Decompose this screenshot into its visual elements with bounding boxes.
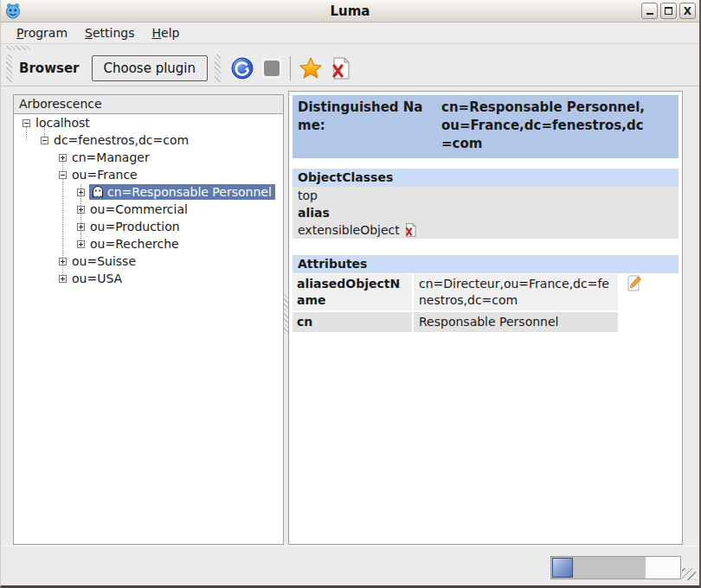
menu-item-help[interactable]: Help — [144, 23, 189, 42]
objectclass-name: extensibleObject — [298, 223, 400, 237]
tree-item-cell: dc=fenestros,dc=com — [53, 132, 192, 148]
status-bar — [1, 546, 699, 585]
attribute-name: aliasedObjectName — [293, 274, 412, 310]
tree-item-dc-fenestros-dc-com[interactable]: dc=fenestros,dc=com — [14, 131, 283, 149]
expand-icon[interactable] — [59, 275, 67, 283]
toolbar: Browser Choose plugin — [1, 50, 699, 86]
tree-item-cell: ou=Production — [89, 219, 183, 234]
expand-icon[interactable] — [77, 189, 85, 196]
stop-icon[interactable] — [261, 58, 282, 79]
collapse-icon[interactable] — [59, 171, 67, 179]
minimize-icon — [646, 13, 653, 15]
refresh-icon[interactable] — [231, 57, 254, 80]
tree-item-ou-usa[interactable]: ou=USA — [14, 270, 283, 287]
menu-bar: ProgramSettingsHelp — [1, 22, 699, 44]
browser-tree-panel: Arborescence localhostdc=fenestros,dc=co… — [13, 94, 284, 545]
tree-item-cn-responsable-personnel[interactable]: cn=Responsable Personnel — [14, 183, 283, 201]
ldap-tree: localhostdc=fenestros,dc=comcn=Managerou… — [14, 114, 283, 544]
choose-plugin-button[interactable]: Choose plugin — [92, 55, 209, 81]
resize-grip-icon[interactable] — [682, 568, 696, 580]
tree-item-label: ou=Suisse — [72, 254, 136, 268]
app-window: Luma X ProgramSettingsHelp Browser Choos… — [0, 0, 701, 588]
toolbar-separator — [290, 56, 291, 80]
tree-item-label: ou=USA — [72, 272, 122, 285]
title-bar: Luma X — [1, 0, 699, 22]
expand-icon[interactable] — [59, 154, 67, 162]
alias-ghost-icon — [91, 185, 105, 199]
browser-plugin-label: Browser — [19, 61, 80, 76]
menu-item-program[interactable]: Program — [8, 23, 76, 42]
attributes-header: Attributes — [293, 255, 678, 273]
attribute-row-cn: cnResponsable Personnel — [293, 312, 678, 332]
minimize-button[interactable] — [641, 3, 658, 19]
tree-header: Arborescence — [14, 95, 283, 114]
objectclasses-section: ObjectClasses topaliasextensibleObject — [293, 169, 678, 239]
window-title: Luma — [1, 3, 699, 19]
delete-entry-icon[interactable] — [331, 57, 351, 80]
attribute-value[interactable]: Responsable Personnel — [414, 312, 618, 332]
attribute-row-aliasedobjectname: aliasedObjectNamecn=Directeur,ou=France,… — [293, 274, 678, 310]
progress-chunk — [552, 558, 573, 578]
expand-icon[interactable] — [77, 240, 85, 248]
toolbar-drag-handle-2[interactable] — [215, 54, 221, 82]
tree-item-cell: localhost — [35, 115, 93, 131]
attribute-name: cn — [293, 312, 412, 332]
dn-label: Distinguished Name: — [298, 99, 428, 153]
toolbar-drag-handle[interactable] — [6, 54, 12, 82]
attributes-section: Attributes aliasedObjectNamecn=Directeur… — [293, 255, 678, 332]
dn-value: cn=Responsable Personnel,ou=France,dc=fe… — [441, 99, 649, 153]
bookmark-star-icon[interactable] — [299, 56, 323, 80]
expand-icon[interactable] — [77, 223, 85, 231]
maximize-icon — [665, 7, 672, 15]
objectclass-row-extensibleobject: extensibleObject — [293, 221, 678, 239]
tree-item-label: localhost — [35, 116, 90, 130]
attribute-value[interactable]: cn=Directeur,ou=France,dc=fenestros,dc=c… — [414, 274, 618, 310]
tree-item-label: ou=Recherche — [90, 237, 179, 251]
expand-icon[interactable] — [59, 258, 67, 265]
expand-icon[interactable] — [77, 206, 85, 214]
delete-objectclass-icon[interactable] — [404, 223, 417, 237]
progress-bar — [550, 556, 681, 579]
tree-item-label: ou=Production — [90, 220, 180, 233]
tree-item-ou-production[interactable]: ou=Production — [14, 218, 283, 235]
tree-item-ou-france[interactable]: ou=France — [14, 166, 283, 183]
close-icon: X — [684, 6, 691, 16]
collapse-icon[interactable] — [23, 119, 30, 127]
objectclasses-header: ObjectClasses — [293, 169, 678, 187]
tree-item-label: ou=Commercial — [90, 202, 188, 216]
tree-item-ou-recherche[interactable]: ou=Recherche — [14, 235, 283, 252]
tree-item-cell: ou=USA — [71, 271, 125, 286]
entry-details-panel: Distinguished Name: cn=Responsable Perso… — [288, 91, 683, 545]
edit-attribute-icon[interactable] — [627, 275, 642, 291]
collapse-icon[interactable] — [41, 137, 48, 144]
objectclass-name: alias — [298, 206, 330, 220]
tree-item-cell: cn=Responsable Personnel — [89, 184, 275, 200]
tree-item-ou-commercial[interactable]: ou=Commercial — [14, 201, 283, 218]
tree-item-label: dc=fenestros,dc=com — [54, 133, 189, 147]
tree-item-cell: ou=Suisse — [71, 253, 139, 269]
objectclass-name: top — [298, 189, 318, 202]
tree-item-cell: ou=Commercial — [89, 201, 191, 217]
tree-item-localhost[interactable]: localhost — [14, 114, 283, 131]
tree-item-ou-suisse[interactable]: ou=Suisse — [14, 252, 283, 270]
close-button[interactable]: X — [679, 3, 696, 19]
distinguished-name-header: Distinguished Name: cn=Responsable Perso… — [293, 95, 678, 158]
tree-item-label: ou=France — [72, 168, 138, 182]
objectclass-row-alias: alias — [293, 204, 678, 221]
tree-item-cn-manager[interactable]: cn=Manager — [14, 149, 283, 166]
tree-item-cell: ou=France — [71, 167, 141, 182]
menu-item-settings[interactable]: Settings — [76, 23, 143, 42]
tree-item-label: cn=Responsable Personnel — [107, 185, 272, 199]
tree-item-label: cn=Manager — [72, 150, 150, 164]
maximize-button[interactable] — [660, 3, 677, 19]
objectclass-row-top: top — [293, 187, 678, 204]
tree-item-cell: cn=Manager — [71, 150, 153, 165]
tree-item-cell: ou=Recherche — [89, 236, 183, 252]
